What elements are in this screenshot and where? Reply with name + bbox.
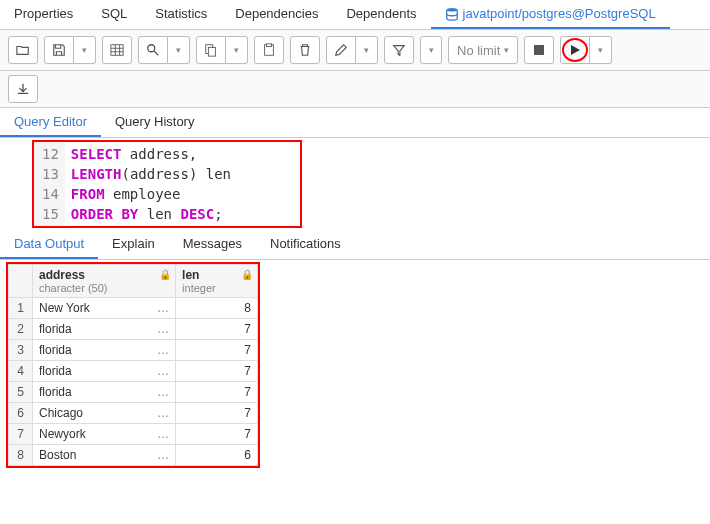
cell-len[interactable]: 7 (176, 340, 258, 361)
play-icon (568, 43, 582, 57)
cell-address[interactable]: florida… (33, 382, 176, 403)
toolbar: ▾ ▾ ▾ ▾ ▾ No limit▾ ▾ (0, 30, 710, 71)
tab-query-editor[interactable]: Query Editor (0, 108, 101, 137)
col-header-len[interactable]: 🔒 len integer (176, 265, 258, 298)
top-tabs: Properties SQL Statistics Dependencies D… (0, 0, 710, 30)
tab-data-output[interactable]: Data Output (0, 230, 98, 259)
row-number[interactable]: 1 (9, 298, 33, 319)
cell-address[interactable]: New York… (33, 298, 176, 319)
tab-dependencies[interactable]: Dependencies (221, 0, 332, 29)
cell-address[interactable]: florida… (33, 361, 176, 382)
find-replace-button[interactable] (102, 36, 132, 64)
cell-address[interactable]: Chicago… (33, 403, 176, 424)
execute-dropdown[interactable]: ▾ (590, 36, 612, 64)
table-row[interactable]: 8Boston…6 (9, 445, 258, 466)
cell-len[interactable]: 7 (176, 424, 258, 445)
row-number[interactable]: 8 (9, 445, 33, 466)
line-number: 15 (42, 204, 59, 224)
ellipsis-icon: … (157, 448, 169, 462)
line-number: 13 (42, 164, 59, 184)
ellipsis-icon: … (157, 385, 169, 399)
result-tabs: Data Output Explain Messages Notificatio… (0, 230, 710, 260)
download-button[interactable] (8, 75, 38, 103)
ellipsis-icon: … (157, 427, 169, 441)
row-number[interactable]: 2 (9, 319, 33, 340)
paste-icon (262, 43, 276, 57)
ellipsis-icon: … (157, 322, 169, 336)
copy-icon (204, 43, 218, 57)
cell-address[interactable]: Newyork… (33, 424, 176, 445)
row-number[interactable]: 5 (9, 382, 33, 403)
stop-icon (533, 44, 545, 56)
data-table[interactable]: 🔒 address character (50) 🔒 len integer 1… (8, 264, 258, 466)
cell-len[interactable]: 6 (176, 445, 258, 466)
tab-notifications[interactable]: Notifications (256, 230, 355, 259)
tab-sql[interactable]: SQL (87, 0, 141, 29)
save-button[interactable] (44, 36, 74, 64)
table-row[interactable]: 7Newyork…7 (9, 424, 258, 445)
copy-dropdown[interactable]: ▾ (226, 36, 248, 64)
search-dropdown[interactable]: ▾ (168, 36, 190, 64)
table-row[interactable]: 2florida…7 (9, 319, 258, 340)
table-row[interactable]: 3florida…7 (9, 340, 258, 361)
row-number[interactable]: 4 (9, 361, 33, 382)
chevron-down-icon: ▾ (176, 45, 181, 55)
table-row[interactable]: 1New York…8 (9, 298, 258, 319)
cell-len[interactable]: 8 (176, 298, 258, 319)
col-name: address (39, 268, 169, 282)
download-icon (16, 82, 30, 96)
col-header-address[interactable]: 🔒 address character (50) (33, 265, 176, 298)
copy-button[interactable] (196, 36, 226, 64)
code-line: LENGTH(address) len (71, 164, 231, 184)
ellipsis-icon: … (157, 301, 169, 315)
stop-button[interactable] (524, 36, 554, 64)
line-number: 14 (42, 184, 59, 204)
paste-button[interactable] (254, 36, 284, 64)
delete-button[interactable] (290, 36, 320, 64)
filter-button[interactable] (384, 36, 414, 64)
chevron-down-icon: ▾ (234, 45, 239, 55)
edit-dropdown[interactable]: ▾ (356, 36, 378, 64)
edit-button[interactable] (326, 36, 356, 64)
table-row[interactable]: 4florida…7 (9, 361, 258, 382)
svg-rect-4 (208, 47, 215, 56)
editor-code[interactable]: SELECT address, LENGTH(address) len FROM… (65, 142, 237, 226)
row-header-corner[interactable] (9, 265, 33, 298)
cell-len[interactable]: 7 (176, 361, 258, 382)
pencil-icon (334, 43, 348, 57)
tab-dependents[interactable]: Dependents (332, 0, 430, 29)
grid-icon (110, 43, 124, 57)
row-number[interactable]: 7 (9, 424, 33, 445)
lock-icon: 🔒 (159, 269, 171, 280)
folder-open-icon (16, 43, 30, 57)
limit-select[interactable]: No limit▾ (448, 36, 518, 64)
chevron-down-icon: ▾ (504, 45, 509, 55)
row-number[interactable]: 3 (9, 340, 33, 361)
tab-statistics[interactable]: Statistics (141, 0, 221, 29)
tab-connection[interactable]: javatpoint/postgres@PostgreSQL (431, 0, 670, 29)
cell-len[interactable]: 7 (176, 319, 258, 340)
sql-editor[interactable]: 12 13 14 15 SELECT address, LENGTH(addre… (32, 140, 302, 228)
code-line: SELECT address, (71, 144, 231, 164)
cell-address[interactable]: florida… (33, 340, 176, 361)
table-row[interactable]: 5florida…7 (9, 382, 258, 403)
execute-button[interactable] (560, 36, 590, 64)
row-number[interactable]: 6 (9, 403, 33, 424)
open-file-button[interactable] (8, 36, 38, 64)
cell-address[interactable]: Boston… (33, 445, 176, 466)
cell-address[interactable]: florida… (33, 319, 176, 340)
table-row[interactable]: 6Chicago…7 (9, 403, 258, 424)
search-button[interactable] (138, 36, 168, 64)
database-icon (445, 7, 459, 21)
cell-len[interactable]: 7 (176, 382, 258, 403)
tab-messages[interactable]: Messages (169, 230, 256, 259)
tab-properties[interactable]: Properties (0, 0, 87, 29)
save-dropdown[interactable]: ▾ (74, 36, 96, 64)
tab-explain[interactable]: Explain (98, 230, 169, 259)
svg-point-2 (148, 45, 155, 52)
save-icon (52, 43, 66, 57)
ellipsis-icon: … (157, 364, 169, 378)
tab-query-history[interactable]: Query History (101, 108, 208, 137)
filter-dropdown[interactable]: ▾ (420, 36, 442, 64)
cell-len[interactable]: 7 (176, 403, 258, 424)
